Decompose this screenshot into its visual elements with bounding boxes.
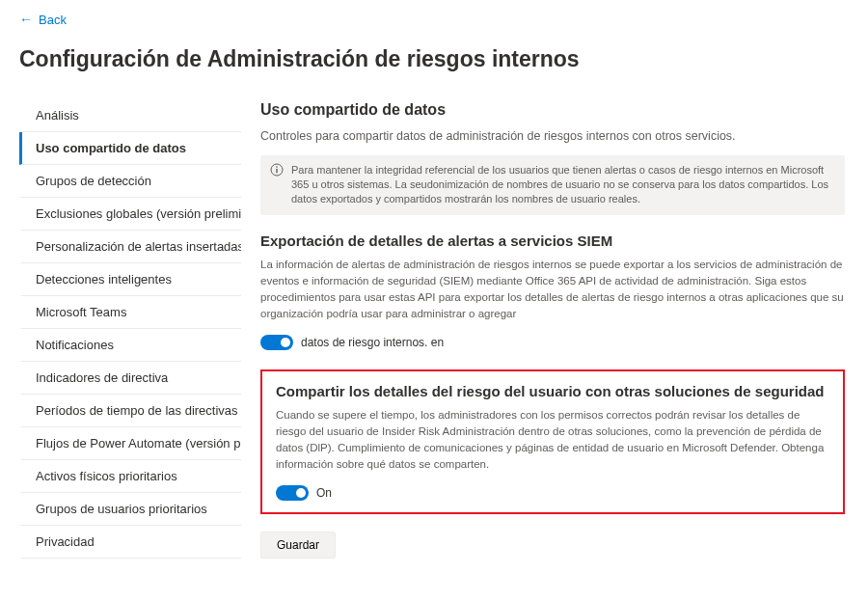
sidebar-item-exclusiones-globales[interactable]: Exclusiones globales (versión preliminar…: [19, 198, 241, 231]
section1-title: Uso compartido de datos: [260, 101, 845, 119]
sidebar-item-detecciones-inteligentes[interactable]: Detecciones inteligentes: [19, 263, 241, 296]
sidebar-item-indicadores-directiva[interactable]: Indicadores de directiva: [19, 362, 241, 395]
page-title: Configuración de Administración de riesg…: [0, 39, 868, 92]
sidebar-item-personalizacion-alertas[interactable]: Personalización de alertas insertadas: [19, 231, 241, 263]
sidebar-item-grupos-deteccion[interactable]: Grupos de detección: [19, 165, 241, 198]
content: Uso compartido de datos Controles para c…: [241, 92, 849, 559]
section2-body: La información de alertas de administrac…: [260, 257, 845, 323]
back-label: Back: [39, 13, 67, 27]
arrow-left-icon: ←: [19, 12, 33, 27]
siem-export-toggle[interactable]: [260, 335, 293, 350]
share-risk-toggle-label: On: [316, 486, 332, 500]
highlighted-section: Compartir los detalles del riesgo del us…: [260, 369, 845, 514]
siem-toggle-label: datos de riesgo internos. en: [301, 336, 444, 349]
info-icon: [270, 163, 284, 180]
section2-title: Exportación de detalles de alertas a ser…: [260, 232, 845, 249]
sidebar-item-analisis[interactable]: Análisis: [19, 99, 241, 132]
section3-body: Cuando se supere el tiempo, los administ…: [276, 407, 829, 474]
svg-rect-2: [276, 168, 277, 173]
sidebar-item-grupos-usuarios[interactable]: Grupos de usuarios prioritarios: [19, 493, 241, 526]
info-box: Para mantener la integridad referencial …: [260, 155, 845, 215]
sidebar-item-microsoft-teams[interactable]: Microsoft Teams: [19, 296, 241, 329]
sidebar-item-power-automate[interactable]: Flujos de Power Automate (versión prelim…: [19, 427, 241, 460]
sidebar-item-notificaciones[interactable]: Notificaciones: [19, 329, 241, 362]
info-text: Para mantener la integridad referencial …: [291, 163, 835, 207]
sidebar-item-privacidad[interactable]: Privacidad: [19, 526, 241, 559]
sidebar: Análisis Uso compartido de datos Grupos …: [19, 92, 241, 559]
back-link[interactable]: ← Back: [0, 0, 868, 39]
share-risk-toggle[interactable]: [276, 485, 309, 501]
toggle-knob: [281, 338, 290, 347]
toggle-knob: [296, 488, 306, 498]
section1-subtitle: Controles para compartir datos de admini…: [260, 128, 845, 146]
section3-title: Compartir los detalles del riesgo del us…: [276, 383, 829, 399]
svg-point-1: [276, 166, 278, 168]
sidebar-item-uso-compartido[interactable]: Uso compartido de datos: [19, 132, 241, 165]
sidebar-item-periodos-tiempo[interactable]: Períodos de tiempo de las directivas: [19, 395, 241, 427]
save-button[interactable]: Guardar: [260, 532, 336, 559]
sidebar-item-activos-fisicos[interactable]: Activos físicos prioritarios: [19, 460, 241, 493]
